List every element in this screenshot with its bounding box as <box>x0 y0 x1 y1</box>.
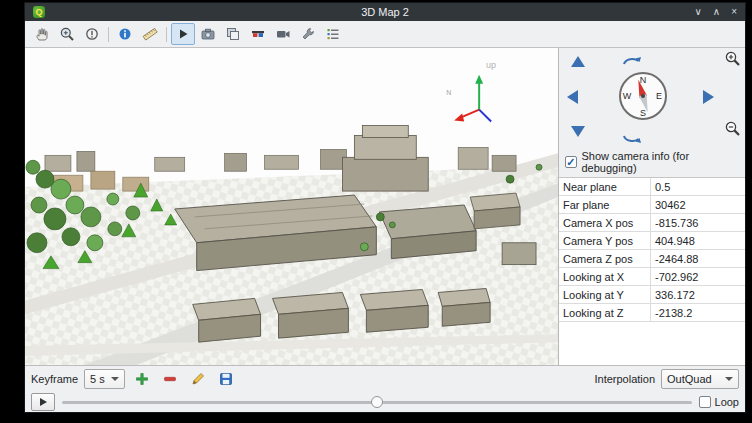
options-wrench-icon[interactable] <box>296 23 320 45</box>
axis-up-label: up <box>486 60 496 70</box>
row-value: 30462 <box>651 196 745 213</box>
pan-left-arrow[interactable] <box>567 90 578 104</box>
map-3d-scene: up N <box>25 48 558 365</box>
camera-control-icon[interactable] <box>30 23 54 45</box>
interpolation-select[interactable]: OutQuad <box>661 369 739 389</box>
titlebar[interactable]: Q 3D Map 2 ∨ ∧ × <box>25 3 745 21</box>
save-image-icon[interactable] <box>196 23 220 45</box>
keyframe-label: Keyframe <box>31 373 78 385</box>
rotate-cw-icon[interactable] <box>621 130 643 148</box>
chevron-down-icon <box>725 377 733 381</box>
table-row: Camera Y pos404.948 <box>559 232 745 250</box>
row-label: Looking at Z <box>559 304 651 321</box>
tilt-up-arrow[interactable] <box>571 56 585 67</box>
on-screen-notification-icon[interactable] <box>80 23 104 45</box>
maximize-button[interactable]: ∧ <box>713 3 720 21</box>
compass-n-label: N <box>640 75 647 85</box>
compass-w-label: W <box>623 91 632 101</box>
row-value: -2464.88 <box>651 250 745 267</box>
loop-label: Loop <box>715 396 739 408</box>
remove-keyframe-button[interactable] <box>159 368 181 390</box>
row-value: 404.948 <box>651 232 745 249</box>
compass-s-label: S <box>640 108 646 118</box>
play-icon <box>40 398 47 406</box>
row-value: -2138.2 <box>651 304 745 321</box>
map-toolbar <box>25 21 745 48</box>
legend-icon[interactable] <box>321 23 345 45</box>
slider-handle[interactable] <box>371 396 383 408</box>
animation-playback-bar: Loop <box>25 392 745 412</box>
row-label: Looking at X <box>559 268 651 285</box>
row-value: -815.736 <box>651 214 745 231</box>
table-row: Camera X pos-815.736 <box>559 214 745 232</box>
camera-info-table: Near plane0.5 Far plane30462 Camera X po… <box>559 177 745 365</box>
minimize-button[interactable]: ∨ <box>695 3 702 21</box>
animation-timeline-slider[interactable] <box>62 394 692 410</box>
interpolation-label: Interpolation <box>594 373 655 385</box>
toolbar-separator <box>108 27 109 42</box>
chevron-down-icon <box>111 377 119 381</box>
table-row: Near plane0.5 <box>559 178 745 196</box>
window-title: 3D Map 2 <box>25 3 745 21</box>
camera-panel: N E S W <box>558 48 745 365</box>
zoom-out-icon[interactable] <box>724 120 741 141</box>
zoom-full-icon[interactable] <box>55 23 79 45</box>
compass-e-label: E <box>656 91 662 101</box>
navigation-widget: N E S W <box>559 48 745 148</box>
show-camera-info-label: Show camera info (for debugging) <box>582 150 740 174</box>
measure-icon[interactable] <box>138 23 162 45</box>
camera-icon[interactable] <box>271 23 295 45</box>
identify-icon[interactable] <box>113 23 137 45</box>
row-label: Camera Y pos <box>559 232 651 249</box>
qgis-3d-map-window: Q 3D Map 2 ∨ ∧ × <box>24 2 746 413</box>
animations-button[interactable] <box>171 23 195 45</box>
table-row: Far plane30462 <box>559 196 745 214</box>
keyframe-select[interactable]: 5 s <box>84 369 125 389</box>
row-value: -702.962 <box>651 268 745 285</box>
close-button[interactable]: × <box>731 3 737 21</box>
axis-north-label: N <box>446 89 451 96</box>
table-row: Looking at X-702.962 <box>559 268 745 286</box>
rotate-ccw-icon[interactable] <box>621 52 643 70</box>
edit-keyframe-button[interactable] <box>187 368 209 390</box>
save-animation-button[interactable] <box>215 368 237 390</box>
pan-right-arrow[interactable] <box>703 90 714 104</box>
table-row: Looking at Z-2138.2 <box>559 304 745 322</box>
row-label: Near plane <box>559 178 651 195</box>
interpolation-value: OutQuad <box>667 373 712 385</box>
row-label: Looking at Y <box>559 286 651 303</box>
row-label: Camera X pos <box>559 214 651 231</box>
row-label: Far plane <box>559 196 651 213</box>
toolbar-separator <box>166 27 167 42</box>
row-value: 336.172 <box>651 286 745 303</box>
play-button[interactable] <box>31 393 55 411</box>
row-label: Camera Z pos <box>559 250 651 267</box>
table-row: Camera Z pos-2464.88 <box>559 250 745 268</box>
row-value: 0.5 <box>651 178 745 195</box>
show-camera-info-checkbox[interactable] <box>565 156 577 168</box>
map-3d-viewport[interactable]: up N <box>25 48 558 365</box>
tilt-down-arrow[interactable] <box>571 126 585 137</box>
effects-glasses-icon[interactable] <box>246 23 270 45</box>
animation-keyframe-bar: Keyframe 5 s Interpolation OutQuad <box>25 365 745 392</box>
keyframe-value: 5 s <box>90 373 105 385</box>
export-scene-icon[interactable] <box>221 23 245 45</box>
add-keyframe-button[interactable] <box>131 368 153 390</box>
loop-checkbox[interactable] <box>699 396 711 408</box>
table-row: Looking at Y336.172 <box>559 286 745 304</box>
compass[interactable]: N E S W <box>617 70 669 126</box>
zoom-in-icon[interactable] <box>724 50 741 71</box>
